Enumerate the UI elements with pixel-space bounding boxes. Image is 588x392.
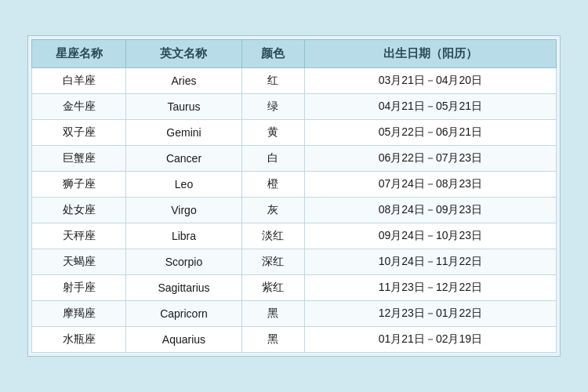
cell-chinese-name: 摩羯座 (32, 301, 126, 327)
table-row: 双子座Gemini黄05月22日－06月21日 (32, 120, 557, 146)
cell-english-name: Taurus (126, 94, 241, 120)
cell-english-name: Gemini (126, 120, 241, 146)
cell-chinese-name: 天秤座 (32, 223, 126, 249)
table-row: 天秤座Libra淡红09月24日－10月23日 (32, 223, 557, 249)
cell-color: 红 (241, 68, 304, 94)
cell-date: 08月24日－09月23日 (304, 198, 556, 223)
zodiac-table: 星座名称 英文名称 颜色 出生日期（阳历） 白羊座Aries红03月21日－04… (31, 39, 557, 353)
cell-chinese-name: 巨蟹座 (32, 146, 126, 172)
cell-english-name: Scorpio (126, 249, 241, 275)
cell-chinese-name: 射手座 (32, 275, 126, 301)
cell-chinese-name: 天蝎座 (32, 249, 126, 275)
header-chinese-name: 星座名称 (32, 40, 126, 68)
cell-chinese-name: 白羊座 (32, 68, 126, 94)
cell-chinese-name: 水瓶座 (32, 327, 126, 353)
cell-english-name: Libra (126, 223, 241, 249)
table-row: 狮子座Leo橙07月24日－08月23日 (32, 172, 557, 198)
cell-english-name: Sagittarius (126, 275, 241, 301)
cell-chinese-name: 金牛座 (32, 94, 126, 120)
cell-date: 03月21日－04月20日 (304, 68, 556, 94)
table-row: 水瓶座Aquarius黑01月21日－02月19日 (32, 327, 557, 353)
cell-color: 橙 (241, 172, 304, 198)
cell-date: 11月23日－12月22日 (304, 275, 556, 301)
cell-date: 05月22日－06月21日 (304, 120, 556, 146)
table-row: 白羊座Aries红03月21日－04月20日 (32, 68, 557, 94)
cell-english-name: Capricorn (126, 301, 241, 327)
table-row: 金牛座Taurus绿04月21日－05月21日 (32, 94, 557, 120)
cell-english-name: Aries (126, 68, 241, 94)
table-row: 处女座Virgo灰08月24日－09月23日 (32, 198, 557, 223)
cell-chinese-name: 处女座 (32, 198, 126, 223)
cell-date: 12月23日－01月22日 (304, 301, 556, 327)
cell-date: 10月24日－11月22日 (304, 249, 556, 275)
cell-english-name: Virgo (126, 198, 241, 223)
cell-date: 07月24日－08月23日 (304, 172, 556, 198)
cell-english-name: Leo (126, 172, 241, 198)
cell-color: 淡红 (241, 223, 304, 249)
cell-color: 黑 (241, 327, 304, 353)
table-row: 天蝎座Scorpio深红10月24日－11月22日 (32, 249, 557, 275)
cell-date: 04月21日－05月21日 (304, 94, 556, 120)
header-date: 出生日期（阳历） (304, 40, 556, 68)
table-body: 白羊座Aries红03月21日－04月20日金牛座Taurus绿04月21日－0… (32, 68, 557, 353)
cell-color: 绿 (241, 94, 304, 120)
cell-date: 06月22日－07月23日 (304, 146, 556, 172)
cell-color: 白 (241, 146, 304, 172)
cell-chinese-name: 狮子座 (32, 172, 126, 198)
cell-date: 01月21日－02月19日 (304, 327, 556, 353)
cell-english-name: Aquarius (126, 327, 241, 353)
cell-color: 黑 (241, 301, 304, 327)
cell-color: 紫红 (241, 275, 304, 301)
cell-color: 深红 (241, 249, 304, 275)
table-header-row: 星座名称 英文名称 颜色 出生日期（阳历） (32, 40, 557, 68)
table-row: 摩羯座Capricorn黑12月23日－01月22日 (32, 301, 557, 327)
cell-color: 黄 (241, 120, 304, 146)
cell-color: 灰 (241, 198, 304, 223)
cell-date: 09月24日－10月23日 (304, 223, 556, 249)
cell-chinese-name: 双子座 (32, 120, 126, 146)
table-row: 射手座Sagittarius紫红11月23日－12月22日 (32, 275, 557, 301)
cell-english-name: Cancer (126, 146, 241, 172)
header-english-name: 英文名称 (126, 40, 241, 68)
table-row: 巨蟹座Cancer白06月22日－07月23日 (32, 146, 557, 172)
zodiac-table-container: 星座名称 英文名称 颜色 出生日期（阳历） 白羊座Aries红03月21日－04… (27, 35, 561, 357)
header-color: 颜色 (241, 40, 304, 68)
